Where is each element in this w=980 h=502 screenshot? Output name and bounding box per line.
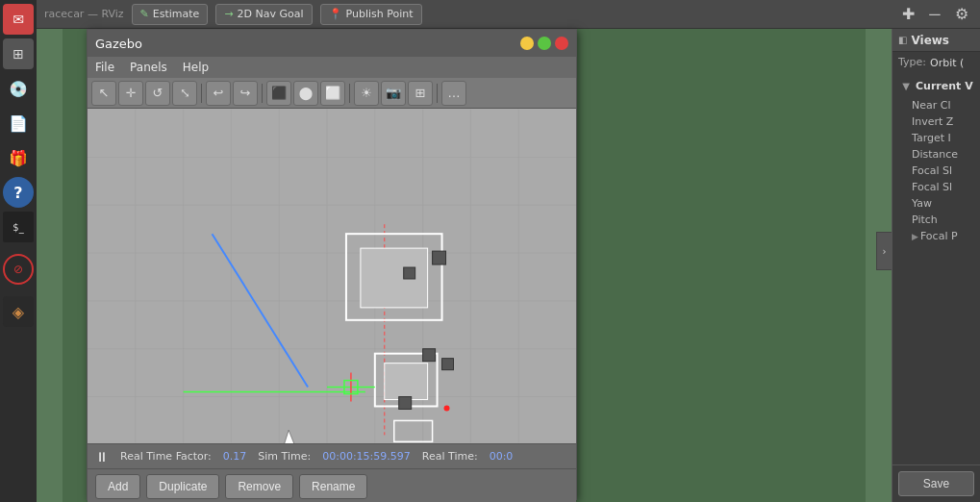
svg-rect-27 [442,359,454,370]
publish-label: Publish Point [346,8,414,20]
nav-goal-icon: → [224,8,233,20]
type-value: Orbit ( [930,57,964,69]
gazebo-real-time-label: Real Time: [422,450,478,463]
svg-rect-25 [404,267,415,279]
tool-cylinder[interactable]: ⬜ [320,81,345,106]
rviz-right-panel: ◧ Views Type: Orbit ( ▼ Current V Near C… [892,29,980,502]
tool-translate[interactable]: ✛ [118,81,143,106]
toolbar-sep-4 [437,84,438,103]
svg-rect-20 [361,248,428,308]
sidebar-icon-layers[interactable]: ◈ [3,296,34,327]
views-item-yaw[interactable]: Yaw [908,195,974,212]
gazebo-minimize-btn[interactable] [520,37,534,50]
gazebo-real-time-factor-value: 0.17 [223,450,247,463]
panel-expand-arrow[interactable]: › [876,232,892,270]
sidebar-icon-disk[interactable]: 💿 [3,73,34,104]
views-item-pitch[interactable]: Pitch [908,212,974,228]
publish-icon: 📍 [329,8,342,20]
gazebo-sim-time-label: Sim Time: [258,450,311,463]
gazebo-add-btn[interactable]: Add [95,474,140,499]
estimate-label: Estimate [153,8,200,20]
tool-grid[interactable]: ⊞ [408,81,433,106]
sidebar-icon-terminal[interactable]: $_ [3,212,34,242]
tool-camera[interactable]: 📷 [381,81,406,106]
svg-rect-22 [385,364,428,400]
gazebo-menu-help[interactable]: Help [183,61,209,74]
gazebo-duplicate-btn[interactable]: Duplicate [146,474,219,499]
views-save-btn[interactable]: Save [898,471,974,496]
tool-redo[interactable]: ↪ [233,81,258,106]
toolbar-sep-3 [349,84,350,103]
svg-rect-28 [399,397,412,410]
rviz-minus-icon-btn[interactable]: ─ [924,4,945,25]
views-panel-header: ◧ Views [892,29,980,52]
views-item-near-cl[interactable]: Near Cl [908,97,974,113]
sidebar-icon-mail[interactable]: ✉ [3,4,34,35]
gazebo-maximize-btn[interactable] [538,37,551,50]
tool-more[interactable]: … [441,81,466,106]
rviz-title: racecar — RViz [44,8,124,20]
gazebo-play-pause[interactable]: ⏸ [95,449,109,464]
rviz-toolbar-right: ✚ ─ ⚙ [897,4,972,25]
views-item-focal-sl-1[interactable]: Focal Sl [908,163,974,179]
current-view-section: ▼ Current V Near Cl Invert Z Target I Di… [892,74,980,248]
views-bottom-bar: Save [892,464,980,502]
rviz-settings-icon-btn[interactable]: ⚙ [951,4,972,25]
gazebo-viewport[interactable] [88,109,576,443]
gazebo-menu-file[interactable]: File [95,61,114,74]
chevron-right-icon: › [883,246,887,257]
gazebo-real-time-factor-label: Real Time Factor: [120,450,212,463]
sidebar-icon-package[interactable]: 🎁 [3,142,34,173]
sidebar-icon-forbidden[interactable]: ⊘ [3,254,34,285]
views-item-distance[interactable]: Distance [908,146,974,163]
gazebo-sim-time-value: 00:00:15:59.597 [322,450,411,463]
gazebo-menu-panels[interactable]: Panels [130,61,167,74]
type-label: Type: [898,56,926,68]
nav-goal-label: 2D Nav Goal [238,8,304,20]
gazebo-statusbar: ⏸ Real Time Factor: 0.17 Sim Time: 00:00… [88,443,576,468]
rviz-estimate-btn[interactable]: ✎ Estimate [132,4,209,25]
tool-box[interactable]: ⬛ [266,81,291,106]
sidebar-icon-window[interactable]: ⊞ [3,38,34,69]
current-view-collapse[interactable]: ▼ [898,78,914,93]
rviz-nav-goal-btn[interactable]: → 2D Nav Goal [215,4,312,25]
toolbar-sep-2 [262,84,263,103]
tool-sphere[interactable]: ⬤ [293,81,318,106]
tool-rotate[interactable]: ↺ [145,81,170,106]
gazebo-title: Gazebo [95,37,142,51]
views-item-focal-p[interactable]: ▶ Focal P [908,228,974,244]
gazebo-toolbar: ↖ ✛ ↺ ⤡ ↩ ↪ ⬛ ⬤ ⬜ ☀ 📷 ⊞ … [88,78,576,109]
views-item-target[interactable]: Target I [908,130,974,146]
gazebo-rename-btn[interactable]: Rename [299,474,367,499]
sidebar-icon-file[interactable]: 📄 [3,108,34,138]
tool-undo[interactable]: ↩ [206,81,231,106]
focal-p-arrow: ▶ [912,232,918,241]
sidebar-icon-help[interactable]: ? [3,177,34,208]
gazebo-menubar: File Panels Help [88,57,576,78]
svg-rect-0 [88,110,576,443]
current-view-label: Current V [916,80,973,92]
gazebo-grid [88,109,576,443]
views-type-section: Type: Orbit ( [892,52,980,74]
gazebo-bottombar: Add Duplicate Remove Rename [88,468,576,502]
rviz-add-icon-btn[interactable]: ✚ [897,4,918,25]
views-item-focal-sl-2[interactable]: Focal Sl [908,179,974,195]
views-title: Views [911,34,949,47]
gazebo-titlebar-buttons [520,37,568,50]
toolbar-sep-1 [201,84,202,103]
gazebo-real-time-value: 00:0 [490,450,514,463]
tool-light[interactable]: ☀ [354,81,379,106]
tool-scale[interactable]: ⤡ [172,81,197,106]
gazebo-remove-btn[interactable]: Remove [225,474,293,499]
estimate-icon: ✎ [140,8,149,20]
left-sidebar: ✉ ⊞ 💿 📄 🎁 ? $_ ⊘ ◈ [0,0,37,502]
svg-rect-26 [423,349,436,362]
views-item-invert-z[interactable]: Invert Z [908,113,974,130]
views-icon: ◧ [898,35,907,45]
rviz-publish-btn[interactable]: 📍 Publish Point [320,4,422,25]
svg-point-33 [444,405,450,411]
tool-select[interactable]: ↖ [91,81,116,106]
gazebo-close-btn[interactable] [555,37,568,50]
gazebo-titlebar: Gazebo [88,30,576,57]
gazebo-window: Gazebo File Panels Help ↖ ✛ ↺ ⤡ ↩ ↪ ⬛ ⬤ … [87,29,577,500]
